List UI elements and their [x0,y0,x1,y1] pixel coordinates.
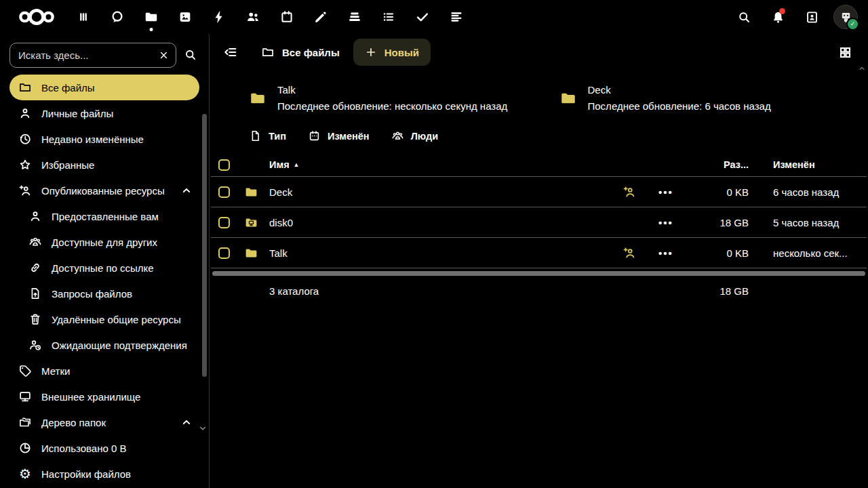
sidebar-item-recent[interactable]: Недавно изменённые [9,126,199,152]
sort-by-size-button[interactable]: Раз... [724,159,749,170]
sidebar-item-pending-shares[interactable]: Ожидающие подтверждения [9,332,199,358]
sidebar-item-all-files[interactable]: Все файлы [9,75,199,100]
collapse-shares-button[interactable] [179,183,194,198]
pie-chart-icon [18,441,32,455]
folder-icon [243,246,259,260]
recommended-card-deck[interactable]: Deck Последнее обновление: 6 часов назад [558,84,868,112]
sidebar-item-files-settings[interactable]: ⚙Настройки файлов [9,461,199,487]
table-row[interactable]: disk0 ••• 18 GB 5 часов назад [211,207,867,238]
sidebar-item-personal-files[interactable]: Личные файлы [9,100,199,126]
table-row[interactable]: Talk ••• 0 KB несколько сек... [211,238,867,268]
sidebar-item-shared-with-others[interactable]: Доступные для других [9,229,199,255]
filter-modified-chip[interactable]: Изменён [308,129,370,142]
file-name: disk0 [269,217,612,228]
plus-icon [365,46,377,58]
sidebar-item-label: Все файлы [41,82,95,94]
chip-label: Тип [269,131,286,142]
text-align-icon [449,9,464,24]
sidebar-scroll-down-icon[interactable] [197,423,208,434]
notes-icon [313,9,328,24]
search-submit-button[interactable] [176,41,205,69]
sidebar-item-label: Опубликованные ресурсы [41,185,165,197]
app-talk[interactable] [100,0,134,34]
sidebar-item-label: Доступные для других [52,237,157,248]
tasks-icon [381,9,396,24]
nextcloud-logo[interactable] [9,7,64,26]
app-photos[interactable] [168,0,202,34]
app-deck[interactable] [338,0,372,34]
app-calendar[interactable] [270,0,304,34]
row-checkbox[interactable] [218,186,230,198]
main-header: Все файлы Новый [210,38,868,66]
recommended-subtitle: Последнее обновление: несколько секунд н… [277,100,507,112]
search-input[interactable] [9,43,176,68]
new-button[interactable]: Новый [353,39,431,66]
sort-by-modified-button[interactable]: Изменён [773,159,815,170]
clear-search-button[interactable] [156,47,171,62]
sidebar-item-shares[interactable]: Опубликованные ресурсы [9,178,199,203]
chip-label: Изменён [328,131,370,142]
filter-type-chip[interactable]: Тип [249,129,286,142]
sidebar-item-shared-by-link[interactable]: Доступные по ссылке [9,255,199,281]
unified-search-button[interactable] [727,0,761,34]
sidebar-item-shared-with-you[interactable]: Предоставленные вам [9,203,199,229]
recommended-card-talk[interactable]: Talk Последнее обновление: несколько сек… [248,84,558,112]
sidebar-item-label: Дерево папок [41,417,106,428]
person-plus-icon [623,185,636,199]
app-contacts[interactable] [236,0,270,34]
folder-icon [248,89,268,107]
row-checkbox[interactable] [218,217,230,228]
app-dashboard[interactable] [66,0,100,34]
collapse-folder-tree-button[interactable] [179,415,194,430]
app-approvals[interactable] [406,0,439,34]
sidebar-item-label: Использовано 0 B [41,443,127,454]
person-plus-icon [18,184,32,197]
horizontal-scrollbar[interactable] [212,271,865,276]
grid-view-button[interactable] [831,39,859,66]
row-checkbox[interactable] [218,247,230,259]
recommended-subtitle: Последнее обновление: 6 часов назад [588,100,771,112]
sidebar-item-file-requests[interactable]: Запросы файлов [9,281,199,306]
app-files[interactable] [134,0,168,34]
filter-people-chip[interactable]: Люди [391,129,438,142]
sidebar-scrollbar-thumb[interactable] [202,114,207,377]
person-plus-icon [623,246,636,260]
sidebar-item-label: Запросы файлов [52,288,132,300]
user-menu-button[interactable]: ✓ [829,0,863,34]
toggle-sidebar-button[interactable] [218,39,243,65]
sidebar-item-favorites[interactable]: Избранные [9,152,199,178]
select-all-checkbox[interactable] [218,159,230,171]
close-icon [158,49,170,61]
sort-by-name-button[interactable]: Имя [269,159,290,170]
folder-icon [243,185,259,199]
filter-chips: Тип Изменён Люди [210,129,868,142]
sidebar-item-label: Метки [41,365,70,377]
contacts-icon [245,9,260,24]
actions-menu-button[interactable]: ••• [647,247,685,259]
sidebar-item-tags[interactable]: Метки [9,358,199,384]
files-icon [144,9,159,24]
file-size: 0 KB [685,186,755,198]
app-activity[interactable] [202,0,236,34]
tag-icon [18,364,32,378]
actions-menu-button[interactable]: ••• [647,217,685,228]
calendar-icon [308,129,321,142]
app-notes[interactable] [304,0,338,34]
app-tasks[interactable] [372,0,406,34]
chip-label: Люди [411,131,438,142]
sidebar-item-label: Избранные [41,159,94,171]
deck-icon [347,9,362,24]
sidebar-item-deleted-shares[interactable]: Удалённые общие ресурсы [9,306,199,332]
notifications-button[interactable] [761,0,795,34]
contacts-menu-button[interactable] [795,0,829,34]
table-row[interactable]: Deck ••• 0 KB 6 часов назад [211,177,867,207]
app-text[interactable] [439,0,473,34]
sidebar-item-folder-tree[interactable]: Дерево папок [9,409,199,435]
breadcrumb[interactable]: Все файлы [261,45,340,59]
sidebar-item-external-storage[interactable]: Внешнее хранилище [9,384,199,409]
share-button[interactable] [612,246,647,260]
share-button[interactable] [612,185,647,199]
contacts-book-icon [805,10,819,24]
main-scroll-up-icon[interactable] [857,64,867,73]
actions-menu-button[interactable]: ••• [647,186,685,198]
